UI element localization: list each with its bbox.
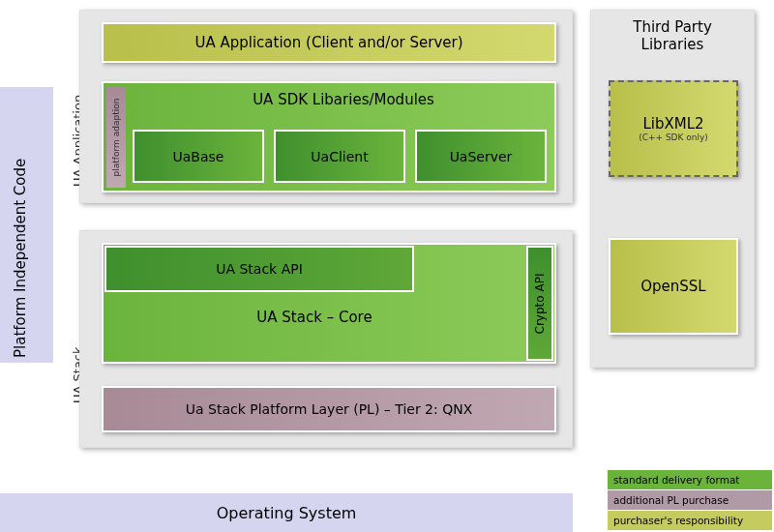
libxml2-block: LibXML2 (C++ SDK only) xyxy=(609,80,738,177)
legend-purchaser: purchaser's responsibility xyxy=(608,511,772,530)
sdk-title: UA SDK Libaries/Modules xyxy=(104,83,554,108)
ua-stack-group: UA Stack API Crypto API UA Stack – Core … xyxy=(79,230,573,448)
ua-stack-core-label: UA Stack – Core xyxy=(102,309,527,326)
platform-independent-label: Platform Independent Code xyxy=(12,159,29,358)
ua-stack-core-container: UA Stack API Crypto API UA Stack – Core xyxy=(102,243,556,364)
third-party-title: Third Party Libraries xyxy=(591,11,754,53)
ua-application-group: UA Application (Client and/or Server) pl… xyxy=(79,10,573,203)
openssl-block: OpenSSL xyxy=(609,238,738,335)
legend: standard delivery format additional PL p… xyxy=(608,469,772,530)
sdk-modules-row: UaBase UaClient UaServer xyxy=(133,130,547,183)
legend-standard: standard delivery format xyxy=(608,470,772,489)
uaclient-block: UaClient xyxy=(274,130,405,183)
uabase-block: UaBase xyxy=(133,130,264,183)
legend-additional: additional PL purchase xyxy=(608,490,772,510)
platform-adaption-strip: platform adaption xyxy=(106,86,126,188)
operating-system-block: Operating System xyxy=(0,493,573,532)
ua-stack-api-block: UA Stack API xyxy=(104,246,414,292)
uaserver-block: UaServer xyxy=(415,130,547,183)
ua-sdk-libraries-block: platform adaption UA SDK Libaries/Module… xyxy=(102,81,556,192)
platform-layer-block: Ua Stack Platform Layer (PL) – Tier 2: Q… xyxy=(102,386,556,432)
third-party-group: Third Party Libraries LibXML2 (C++ SDK o… xyxy=(590,10,755,368)
crypto-api-block: Crypto API xyxy=(526,246,553,361)
ua-application-block: UA Application (Client and/or Server) xyxy=(102,22,556,63)
